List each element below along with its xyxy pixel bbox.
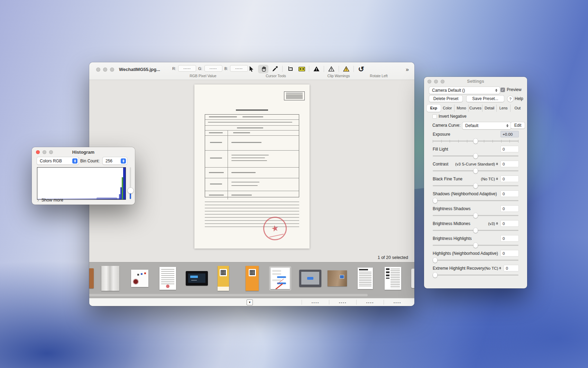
stepper-icon bbox=[499, 267, 501, 269]
value-field[interactable]: 0 bbox=[500, 176, 519, 182]
setting-group: Black Fine Tune(No TC)0 bbox=[424, 176, 527, 190]
filmstrip-thumbnail-fabric[interactable] bbox=[101, 266, 119, 291]
filmstrip-item bbox=[159, 267, 176, 290]
slider-thumb[interactable] bbox=[433, 272, 438, 278]
stepper-icon bbox=[496, 222, 498, 225]
filmstrip-thumbnail-partial[interactable] bbox=[89, 268, 94, 288]
mode-dropdown[interactable]: (v3) bbox=[488, 222, 498, 226]
slider-thumb[interactable] bbox=[474, 138, 478, 144]
filmstrip-thumbnail-device-dark[interactable] bbox=[186, 271, 208, 286]
slider[interactable] bbox=[433, 213, 518, 218]
mode-dropdown[interactable]: (v3 S-Curve Standard) bbox=[455, 162, 498, 166]
colors-select[interactable]: Colors RGB bbox=[37, 157, 79, 165]
crop-tool-icon[interactable] bbox=[285, 65, 295, 73]
filmstrip-reveal-button[interactable]: ▼ bbox=[247, 299, 253, 305]
preview-checkbox[interactable]: ✓ Preview bbox=[500, 87, 522, 92]
setting-group: Extreme Highlight Recovery(No TC)0 bbox=[424, 265, 527, 280]
toolbar-overflow-icon[interactable]: » bbox=[406, 66, 409, 73]
tab-color[interactable]: Color bbox=[441, 105, 454, 112]
bin-count-select[interactable]: 256 bbox=[102, 157, 127, 165]
filmstrip-info-field: ---- bbox=[357, 300, 384, 304]
filmstrip-item bbox=[186, 271, 208, 286]
camera-curve-select[interactable]: Default bbox=[462, 122, 511, 129]
slider-thumb[interactable] bbox=[474, 168, 478, 173]
slider[interactable] bbox=[433, 168, 518, 173]
slider[interactable] bbox=[433, 258, 518, 263]
slider-thumb[interactable] bbox=[474, 228, 478, 233]
clip-warning-black-icon[interactable] bbox=[311, 65, 322, 73]
value-field[interactable]: 0 bbox=[500, 250, 519, 257]
setting-group: Highlights (Neighborhood Adaptive)0 bbox=[424, 250, 527, 265]
slider[interactable] bbox=[433, 228, 518, 233]
save-preset-button[interactable]: Save Preset... bbox=[466, 95, 504, 102]
document-barcode bbox=[284, 91, 305, 100]
edit-curve-button[interactable]: Edit bbox=[511, 122, 525, 129]
help-button[interactable]: ? bbox=[507, 96, 514, 102]
slider[interactable] bbox=[433, 153, 518, 159]
clip-warning-yellow-icon[interactable] bbox=[341, 65, 351, 73]
slider-thumb[interactable] bbox=[474, 243, 478, 248]
rotate-left-icon[interactable]: ↺ bbox=[356, 65, 366, 73]
close-button[interactable] bbox=[96, 68, 100, 72]
tab-curves[interactable]: Curves bbox=[468, 105, 483, 112]
viewer-titlebar: WechatIMG55.jpg... R: ----- G: ----- B: … bbox=[89, 62, 414, 80]
tab-mono[interactable]: Mono bbox=[454, 105, 468, 112]
mode-dropdown[interactable]: (No TC) bbox=[481, 177, 498, 181]
clip-warnings-label: Clip Warnings bbox=[313, 74, 365, 78]
image-canvas[interactable]: ★ 1 of 20 selected bbox=[89, 80, 414, 262]
stepper-icon bbox=[496, 178, 498, 180]
zoom-button[interactable] bbox=[110, 68, 114, 72]
pointer-tool-icon[interactable] bbox=[246, 65, 257, 73]
slider[interactable] bbox=[433, 138, 518, 144]
minimize-button[interactable] bbox=[103, 68, 107, 72]
show-more-toggle[interactable]: › Show more bbox=[37, 197, 63, 203]
value-field[interactable]: 0 bbox=[500, 235, 519, 242]
slider-thumb[interactable] bbox=[433, 258, 438, 263]
filmstrip-scrollbar[interactable] bbox=[89, 294, 368, 296]
mode-dropdown[interactable]: (No TC) bbox=[484, 266, 502, 270]
value-field[interactable]: 0 bbox=[500, 205, 519, 212]
slider-thumb[interactable] bbox=[433, 198, 438, 203]
slider-thumb[interactable] bbox=[474, 183, 478, 188]
slider-label: Contrast bbox=[433, 162, 448, 167]
value-field[interactable]: 0 bbox=[500, 146, 519, 152]
invert-negative-checkbox[interactable]: Invert Negative bbox=[432, 114, 467, 119]
film-gauge-icon[interactable] bbox=[296, 65, 307, 73]
tab-exp[interactable]: Exp bbox=[427, 105, 441, 112]
tab-detail[interactable]: Detail bbox=[482, 105, 496, 112]
slider[interactable] bbox=[433, 272, 518, 278]
preset-select[interactable]: Camera Default () bbox=[429, 87, 500, 94]
filmstrip-thumbnail-doc-seal[interactable] bbox=[159, 267, 176, 290]
slider-knob[interactable] bbox=[128, 188, 134, 194]
clip-warning-outline-icon[interactable] bbox=[326, 65, 337, 73]
filmstrip-thumbnail-doc-text2[interactable] bbox=[385, 267, 401, 290]
histogram-zoom-slider[interactable] bbox=[128, 167, 133, 199]
value-field[interactable]: 0 bbox=[504, 265, 519, 271]
value-field[interactable]: 0 bbox=[500, 190, 519, 197]
slider[interactable] bbox=[433, 198, 518, 203]
value-field[interactable]: +0.00 bbox=[500, 131, 519, 137]
setting-group: Contrast(v3 S-Curve Standard)0 bbox=[424, 161, 527, 176]
filmstrip-thumbnail-doc-text[interactable] bbox=[358, 268, 373, 289]
toolbar: ↺ bbox=[246, 64, 367, 73]
filmstrip-item bbox=[385, 267, 401, 290]
filmstrip-thumbnail-wall-photo[interactable] bbox=[328, 270, 347, 286]
slider-thumb[interactable] bbox=[474, 213, 478, 218]
hand-tool-icon[interactable] bbox=[258, 65, 268, 73]
eyedropper-tool-icon[interactable] bbox=[270, 65, 280, 73]
slider[interactable] bbox=[433, 183, 518, 188]
tab-out[interactable]: Out bbox=[510, 105, 524, 112]
filmstrip-thumbnail-chat[interactable] bbox=[270, 268, 290, 289]
filmstrip-thumbnail-dots-card[interactable] bbox=[131, 270, 148, 287]
value-field[interactable]: 0 bbox=[500, 220, 519, 227]
value-field[interactable]: 0 bbox=[500, 161, 519, 167]
filmstrip-thumbnail-qr-orange[interactable] bbox=[246, 266, 259, 291]
slider[interactable] bbox=[433, 243, 518, 248]
bottombar-fields: ---------------- bbox=[297, 298, 411, 306]
tab-lens[interactable]: Lens bbox=[496, 105, 511, 112]
rotate-left-label: Rotate Left bbox=[363, 74, 394, 78]
filmstrip-thumbnail-qr-yellow[interactable] bbox=[218, 266, 229, 291]
slider-thumb[interactable] bbox=[474, 153, 478, 159]
filmstrip-thumbnail-tablet-dark[interactable] bbox=[299, 270, 321, 287]
delete-preset-button[interactable]: Delete Preset bbox=[429, 95, 463, 102]
